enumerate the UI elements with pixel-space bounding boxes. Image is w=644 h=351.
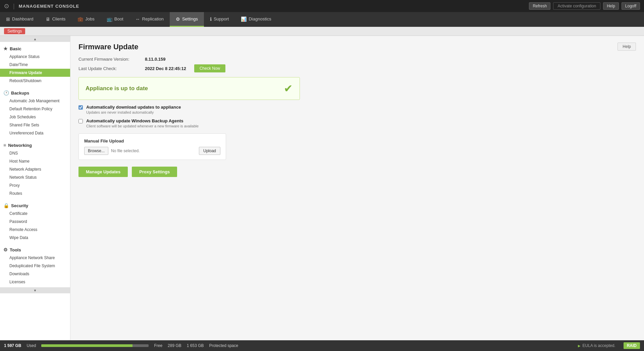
bottom-bar: 1 597 GB Used Free 289 GB 1 653 GB Prote…: [0, 340, 644, 351]
sidebar-item-deduplicated-file-system[interactable]: Deduplicated File System: [0, 262, 70, 270]
checkmark-icon: ✔: [284, 82, 293, 95]
nav-settings[interactable]: ⚙ Settings: [170, 12, 204, 27]
tools-group-label: Tools: [10, 247, 21, 252]
sidebar-item-wipe-data[interactable]: Wipe Data: [0, 234, 70, 242]
replication-icon: ↔: [136, 16, 140, 22]
nav-replication[interactable]: ↔ Replication: [129, 12, 170, 27]
sidebar-item-appliance-network-share[interactable]: Appliance Network Share: [0, 254, 70, 262]
sidebar: ▲ ★ Basic Appliance Status Date/Time Fir…: [0, 36, 70, 340]
sidebar-item-certificate[interactable]: Certificate: [0, 210, 70, 218]
nav-bar: ⊞ Dashboard 🖥 Clients 💼 Jobs 📺 Boot ↔ Re…: [0, 12, 644, 27]
sidebar-item-host-name[interactable]: Host Name: [0, 157, 70, 165]
sidebar-scroll-up[interactable]: ▲: [0, 36, 70, 42]
sidebar-item-default-retention[interactable]: Default Retention Policy: [0, 105, 70, 113]
nav-support[interactable]: ℹ Support: [204, 12, 235, 27]
sidebar-item-reboot-shutdown[interactable]: Reboot/Shutdown: [0, 77, 70, 85]
eula-arrow-icon: ▶: [578, 344, 581, 348]
sidebar-group-networking: ≡ Networking DNS Host Name Network Adapt…: [0, 138, 70, 199]
sidebar-item-job-schedules[interactable]: Job Schedules: [0, 113, 70, 121]
content-header: Firmware Update Help: [78, 43, 636, 51]
auto-update-agents-row: Automatically update Windows Backup Agen…: [78, 118, 636, 128]
sidebar-item-password[interactable]: Password: [0, 218, 70, 226]
sidebar-item-licenses[interactable]: Licenses: [0, 278, 70, 286]
top-bar: ⊙ | MANAGEMENT CONSOLE Refresh Activate …: [0, 0, 644, 12]
basic-group-label: Basic: [10, 46, 21, 51]
sidebar-item-remote-access[interactable]: Remote Access: [0, 226, 70, 234]
activate-config-button[interactable]: Activate configuration: [553, 2, 600, 10]
security-group-label: Security: [11, 203, 28, 208]
firmware-version-row: Current Firmware Version: 8.11.0.159: [78, 57, 636, 62]
sidebar-group-tools-title: ⚙ Tools: [0, 246, 70, 254]
used-label: Used: [26, 343, 36, 348]
separator: |: [13, 3, 15, 10]
firmware-version-label: Current Firmware Version:: [78, 57, 142, 62]
jobs-icon: 💼: [77, 16, 83, 22]
manage-updates-button[interactable]: Manage Updates: [78, 167, 128, 177]
sidebar-item-shared-file-sets[interactable]: Shared File Sets: [0, 121, 70, 129]
sidebar-group-backups-title: 🕐 Backups: [0, 89, 70, 97]
upload-row: Browse... No file selected. Upload: [84, 147, 220, 155]
eula-text: EULA is accepted.: [583, 343, 615, 348]
nav-boot-label: Boot: [114, 16, 123, 21]
content-help-button[interactable]: Help: [618, 43, 636, 51]
upload-button[interactable]: Upload: [199, 147, 220, 155]
status-box: Appliance is up to date ✔: [78, 77, 300, 100]
last-update-value: 2022 Dec 8 22:45:12: [145, 66, 186, 71]
sidebar-scroll-down[interactable]: ▼: [0, 287, 70, 293]
sidebar-item-network-adapters[interactable]: Network Adapters: [0, 165, 70, 173]
security-group-icon: 🔒: [3, 203, 9, 208]
logoff-button[interactable]: Logoff: [622, 2, 640, 10]
app-title: MANAGEMENT CONSOLE: [19, 4, 79, 9]
nav-boot[interactable]: 📺 Boot: [101, 12, 129, 27]
storage-bar: [41, 344, 149, 347]
tools-group-icon: ⚙: [3, 247, 8, 252]
content-area: Firmware Update Help Current Firmware Ve…: [70, 36, 644, 340]
auto-download-label: Automatically download updates to applia…: [86, 105, 181, 110]
nav-diagnostics-label: Diagnostics: [249, 16, 271, 21]
sidebar-item-firmware-update[interactable]: Firmware Update: [0, 69, 70, 77]
used-space-value: 1 597 GB: [4, 343, 21, 348]
free-value: 289 GB: [168, 343, 181, 348]
networking-group-icon: ≡: [3, 142, 6, 148]
raid-badge[interactable]: RAID: [624, 342, 640, 349]
sidebar-item-appliance-status[interactable]: Appliance Status: [0, 53, 70, 61]
nav-jobs[interactable]: 💼 Jobs: [71, 12, 100, 27]
check-now-button[interactable]: Check Now: [194, 64, 225, 72]
auto-download-sub: Updates are never installed automaticall…: [86, 110, 181, 114]
eula-area: ▶ EULA is accepted.: [578, 343, 615, 348]
sidebar-item-downloads[interactable]: Downloads: [0, 270, 70, 278]
refresh-button[interactable]: Refresh: [529, 2, 550, 10]
sidebar-item-unreferenced-data[interactable]: Unreferenced Data: [0, 129, 70, 137]
auto-update-agents-text: Automatically update Windows Backup Agen…: [86, 118, 199, 128]
sidebar-item-automatic-job-mgmt[interactable]: Automatic Job Management: [0, 97, 70, 105]
status-text: Appliance is up to date: [86, 85, 148, 92]
auto-download-text: Automatically download updates to applia…: [86, 105, 181, 114]
auto-download-checkbox[interactable]: [78, 105, 83, 110]
sidebar-item-dns[interactable]: DNS: [0, 149, 70, 157]
sidebar-item-network-status[interactable]: Network Status: [0, 173, 70, 181]
firmware-version-value: 8.11.0.159: [145, 57, 165, 62]
nav-dashboard-label: Dashboard: [12, 16, 34, 21]
browse-button[interactable]: Browse...: [84, 147, 108, 155]
sidebar-group-networking-title: ≡ Networking: [0, 141, 70, 149]
sidebar-group-tools: ⚙ Tools Appliance Network Share Deduplic…: [0, 243, 70, 287]
sidebar-item-date-time[interactable]: Date/Time: [0, 61, 70, 69]
sidebar-item-routes[interactable]: Routes: [0, 189, 70, 197]
help-button[interactable]: Help: [603, 2, 619, 10]
backups-group-label: Backups: [11, 91, 29, 96]
settings-icon: ⚙: [176, 16, 180, 22]
nav-settings-label: Settings: [182, 16, 198, 21]
breadcrumb-active: Settings: [4, 28, 25, 34]
sidebar-item-proxy[interactable]: Proxy: [0, 181, 70, 189]
nav-diagnostics[interactable]: 📊 Diagnostics: [235, 12, 277, 27]
nav-clients[interactable]: 🖥 Clients: [40, 12, 72, 27]
last-update-label: Last Update Check:: [78, 66, 142, 71]
auto-download-row: Automatically download updates to applia…: [78, 105, 636, 114]
protected-label: Protected space: [209, 343, 238, 348]
auto-update-agents-checkbox[interactable]: [78, 119, 83, 123]
proxy-settings-button[interactable]: Proxy Settings: [132, 167, 177, 177]
nav-dashboard[interactable]: ⊞ Dashboard: [0, 12, 40, 27]
sidebar-group-security: 🔒 Security Certificate Password Remote A…: [0, 199, 70, 243]
backups-group-icon: 🕐: [3, 90, 9, 96]
networking-group-label: Networking: [8, 143, 32, 148]
